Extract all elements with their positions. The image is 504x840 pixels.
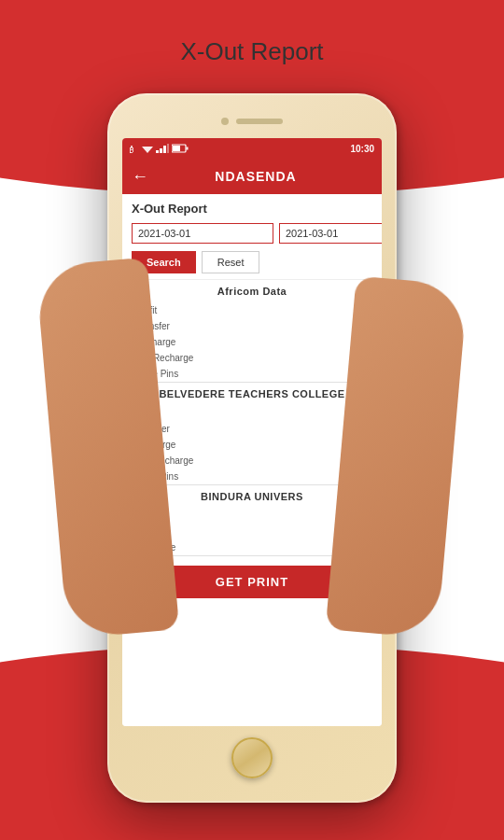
- wifi-icon: [142, 144, 153, 153]
- phone-wrapper: ₿: [107, 93, 397, 803]
- app-bar-title: NDASENDA: [158, 169, 354, 184]
- data-row: Profit : 0: [122, 302, 382, 318]
- bluetooth-icon: ₿: [130, 144, 139, 153]
- app-bar: ← NDASENDA: [122, 159, 382, 194]
- speaker-bar: [236, 119, 283, 124]
- svg-rect-3: [160, 148, 162, 153]
- date-row: [132, 223, 372, 244]
- phone-top-bar: [122, 108, 382, 134]
- camera-dot: [221, 118, 229, 125]
- date-from-input[interactable]: [132, 223, 273, 244]
- svg-rect-4: [163, 146, 166, 153]
- home-button[interactable]: [231, 737, 273, 778]
- data-row: Transfer : 0: [122, 318, 382, 334]
- svg-text:₿: ₿: [130, 145, 134, 153]
- signal-icon: [156, 144, 169, 153]
- svg-rect-2: [156, 150, 159, 153]
- svg-marker-1: [142, 147, 153, 153]
- back-button[interactable]: ←: [132, 167, 148, 187]
- data-row: Recharge : 0: [122, 334, 382, 350]
- svg-rect-8: [173, 146, 180, 151]
- section-africom: Africom Data Profit : 0 Transfer : 0 Rec…: [122, 280, 382, 383]
- svg-rect-7: [187, 147, 189, 150]
- svg-rect-5: [167, 144, 169, 153]
- buttons-row: Search Reset: [132, 251, 372, 273]
- page-title: X-Out Report: [0, 37, 504, 66]
- status-icons: ₿: [130, 144, 189, 153]
- report-section-title: X-Out Report: [132, 202, 372, 216]
- section-africom-title: Africom Data: [122, 280, 382, 302]
- data-row: Profit : 0: [122, 405, 382, 421]
- status-bar: ₿: [122, 138, 382, 159]
- data-row: Fail Recharge : 0: [122, 350, 382, 366]
- phone-bottom: [122, 730, 382, 786]
- report-header: X-Out Report Search Reset: [122, 194, 382, 280]
- reset-button[interactable]: Reset: [202, 251, 260, 273]
- battery-icon: [172, 144, 189, 153]
- status-time: 10:30: [350, 144, 374, 154]
- date-to-input[interactable]: [279, 223, 382, 244]
- data-row: Issue Pins : 0: [122, 366, 382, 382]
- section-belvedere-title: BELVEDERE TEACHERS COLLEGE: [122, 383, 382, 405]
